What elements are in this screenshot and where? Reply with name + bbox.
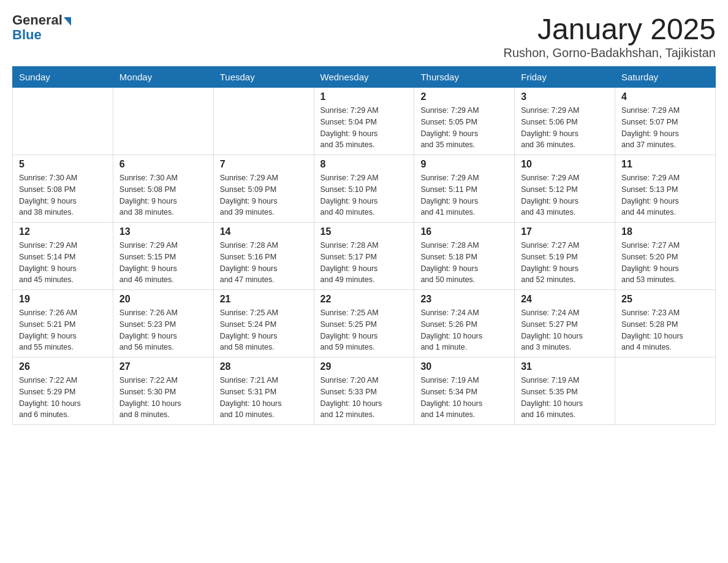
day-cell: 3Sunrise: 7:29 AM Sunset: 5:06 PM Daylig… [515, 88, 615, 155]
day-number: 24 [521, 294, 609, 305]
day-info: Sunrise: 7:30 AM Sunset: 5:08 PM Dayligh… [119, 172, 207, 218]
day-cell: 28Sunrise: 7:21 AM Sunset: 5:31 PM Dayli… [213, 358, 314, 425]
week-row-3: 19Sunrise: 7:26 AM Sunset: 5:21 PM Dayli… [13, 290, 716, 358]
day-number: 23 [420, 294, 508, 305]
day-number: 19 [19, 294, 107, 305]
day-number: 27 [119, 361, 207, 372]
day-info: Sunrise: 7:28 AM Sunset: 5:16 PM Dayligh… [220, 240, 308, 286]
day-cell: 12Sunrise: 7:29 AM Sunset: 5:14 PM Dayli… [13, 223, 113, 290]
day-info: Sunrise: 7:24 AM Sunset: 5:26 PM Dayligh… [420, 307, 508, 353]
week-row-1: 5Sunrise: 7:30 AM Sunset: 5:08 PM Daylig… [13, 155, 716, 223]
day-cell: 5Sunrise: 7:30 AM Sunset: 5:08 PM Daylig… [13, 155, 113, 223]
day-number: 22 [320, 294, 408, 305]
day-number: 29 [320, 361, 408, 372]
day-cell: 27Sunrise: 7:22 AM Sunset: 5:30 PM Dayli… [113, 358, 213, 425]
day-cell: 1Sunrise: 7:29 AM Sunset: 5:04 PM Daylig… [314, 88, 414, 155]
day-number: 14 [220, 226, 308, 237]
day-info: Sunrise: 7:22 AM Sunset: 5:29 PM Dayligh… [19, 375, 107, 421]
day-cell: 6Sunrise: 7:30 AM Sunset: 5:08 PM Daylig… [113, 155, 213, 223]
week-row-2: 12Sunrise: 7:29 AM Sunset: 5:14 PM Dayli… [13, 223, 716, 290]
day-number: 11 [621, 159, 709, 170]
day-info: Sunrise: 7:29 AM Sunset: 5:05 PM Dayligh… [420, 105, 508, 151]
header-thursday: Thursday [414, 67, 515, 88]
day-cell: 13Sunrise: 7:29 AM Sunset: 5:15 PM Dayli… [113, 223, 213, 290]
day-number: 5 [19, 159, 107, 170]
day-cell: 24Sunrise: 7:24 AM Sunset: 5:27 PM Dayli… [515, 290, 615, 358]
day-cell: 31Sunrise: 7:19 AM Sunset: 5:35 PM Dayli… [515, 358, 615, 425]
day-cell: 19Sunrise: 7:26 AM Sunset: 5:21 PM Dayli… [13, 290, 113, 358]
location-subtitle: Rushon, Gorno-Badakhshan, Tajikistan [503, 46, 716, 60]
day-cell [615, 358, 716, 425]
logo-general-text: General [12, 12, 63, 28]
day-number: 4 [621, 91, 709, 102]
day-cell: 30Sunrise: 7:19 AM Sunset: 5:34 PM Dayli… [414, 358, 515, 425]
day-info: Sunrise: 7:27 AM Sunset: 5:19 PM Dayligh… [521, 240, 609, 286]
day-number: 13 [119, 226, 207, 237]
day-cell: 20Sunrise: 7:26 AM Sunset: 5:23 PM Dayli… [113, 290, 213, 358]
day-cell: 4Sunrise: 7:29 AM Sunset: 5:07 PM Daylig… [615, 88, 716, 155]
logo-triangle-icon [64, 17, 71, 26]
day-cell: 25Sunrise: 7:23 AM Sunset: 5:28 PM Dayli… [615, 290, 716, 358]
day-number: 12 [19, 226, 107, 237]
day-info: Sunrise: 7:29 AM Sunset: 5:14 PM Dayligh… [19, 240, 107, 286]
day-number: 20 [119, 294, 207, 305]
day-info: Sunrise: 7:29 AM Sunset: 5:12 PM Dayligh… [521, 172, 609, 218]
day-cell: 2Sunrise: 7:29 AM Sunset: 5:05 PM Daylig… [414, 88, 515, 155]
weekday-header-row: Sunday Monday Tuesday Wednesday Thursday… [13, 67, 716, 88]
day-info: Sunrise: 7:29 AM Sunset: 5:10 PM Dayligh… [320, 172, 408, 218]
day-number: 7 [220, 159, 308, 170]
day-info: Sunrise: 7:19 AM Sunset: 5:34 PM Dayligh… [420, 375, 508, 421]
day-cell: 17Sunrise: 7:27 AM Sunset: 5:19 PM Dayli… [515, 223, 615, 290]
day-number: 15 [320, 226, 408, 237]
day-info: Sunrise: 7:28 AM Sunset: 5:17 PM Dayligh… [320, 240, 408, 286]
day-info: Sunrise: 7:29 AM Sunset: 5:07 PM Dayligh… [621, 105, 709, 151]
page-header: General Blue January 2025 Rushon, Gorno-… [12, 12, 716, 60]
day-info: Sunrise: 7:25 AM Sunset: 5:24 PM Dayligh… [220, 307, 308, 353]
header-monday: Monday [113, 67, 213, 88]
day-info: Sunrise: 7:25 AM Sunset: 5:25 PM Dayligh… [320, 307, 408, 353]
day-cell: 23Sunrise: 7:24 AM Sunset: 5:26 PM Dayli… [414, 290, 515, 358]
day-info: Sunrise: 7:29 AM Sunset: 5:13 PM Dayligh… [621, 172, 709, 218]
header-tuesday: Tuesday [213, 67, 314, 88]
day-number: 25 [621, 294, 709, 305]
header-sunday: Sunday [13, 67, 113, 88]
day-cell: 18Sunrise: 7:27 AM Sunset: 5:20 PM Dayli… [615, 223, 716, 290]
day-number: 10 [521, 159, 609, 170]
day-cell: 22Sunrise: 7:25 AM Sunset: 5:25 PM Dayli… [314, 290, 414, 358]
calendar-table: Sunday Monday Tuesday Wednesday Thursday… [12, 66, 716, 425]
day-info: Sunrise: 7:24 AM Sunset: 5:27 PM Dayligh… [521, 307, 609, 353]
day-number: 31 [521, 361, 609, 372]
day-cell [113, 88, 213, 155]
month-title: January 2025 [503, 12, 716, 46]
day-info: Sunrise: 7:22 AM Sunset: 5:30 PM Dayligh… [119, 375, 207, 421]
day-number: 17 [521, 226, 609, 237]
day-cell: 16Sunrise: 7:28 AM Sunset: 5:18 PM Dayli… [414, 223, 515, 290]
day-info: Sunrise: 7:19 AM Sunset: 5:35 PM Dayligh… [521, 375, 609, 421]
day-info: Sunrise: 7:29 AM Sunset: 5:09 PM Dayligh… [220, 172, 308, 218]
day-cell: 8Sunrise: 7:29 AM Sunset: 5:10 PM Daylig… [314, 155, 414, 223]
day-info: Sunrise: 7:21 AM Sunset: 5:31 PM Dayligh… [220, 375, 308, 421]
day-number: 6 [119, 159, 207, 170]
day-info: Sunrise: 7:29 AM Sunset: 5:11 PM Dayligh… [420, 172, 508, 218]
day-cell: 7Sunrise: 7:29 AM Sunset: 5:09 PM Daylig… [213, 155, 314, 223]
day-info: Sunrise: 7:26 AM Sunset: 5:23 PM Dayligh… [119, 307, 207, 353]
logo: General Blue [12, 12, 71, 43]
day-cell: 14Sunrise: 7:28 AM Sunset: 5:16 PM Dayli… [213, 223, 314, 290]
week-row-4: 26Sunrise: 7:22 AM Sunset: 5:29 PM Dayli… [13, 358, 716, 425]
day-info: Sunrise: 7:30 AM Sunset: 5:08 PM Dayligh… [19, 172, 107, 218]
day-number: 9 [420, 159, 508, 170]
day-cell: 15Sunrise: 7:28 AM Sunset: 5:17 PM Dayli… [314, 223, 414, 290]
day-info: Sunrise: 7:23 AM Sunset: 5:28 PM Dayligh… [621, 307, 709, 353]
day-number: 8 [320, 159, 408, 170]
day-info: Sunrise: 7:27 AM Sunset: 5:20 PM Dayligh… [621, 240, 709, 286]
day-number: 28 [220, 361, 308, 372]
day-number: 1 [320, 91, 408, 102]
day-cell: 11Sunrise: 7:29 AM Sunset: 5:13 PM Dayli… [615, 155, 716, 223]
day-cell: 9Sunrise: 7:29 AM Sunset: 5:11 PM Daylig… [414, 155, 515, 223]
header-friday: Friday [515, 67, 615, 88]
day-info: Sunrise: 7:26 AM Sunset: 5:21 PM Dayligh… [19, 307, 107, 353]
day-number: 2 [420, 91, 508, 102]
logo-blue-text: Blue [12, 27, 42, 43]
day-number: 30 [420, 361, 508, 372]
day-cell [13, 88, 113, 155]
